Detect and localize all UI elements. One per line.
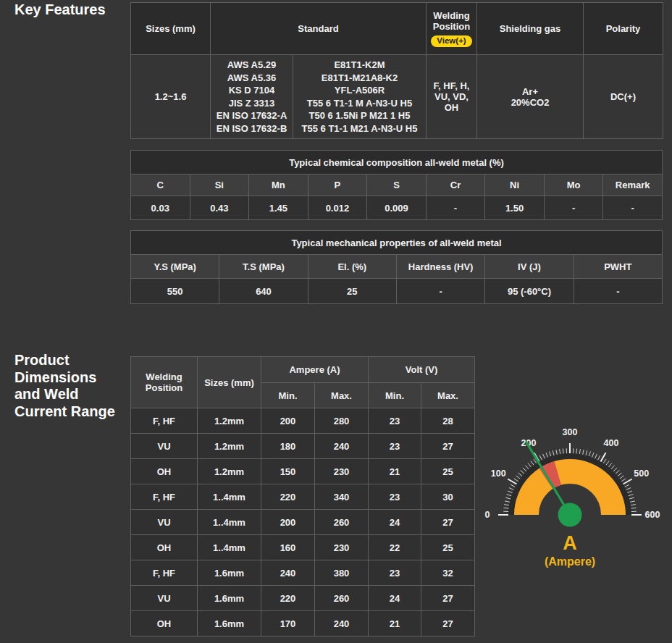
volt-max-cell: 27 bbox=[421, 586, 475, 611]
ampere-gauge-block: 0100200300400500600 A (Ampere) bbox=[471, 422, 668, 568]
volt-min-cell: 21 bbox=[369, 611, 421, 636]
key-features-header-row: Sizes (mm) Standard Welding Position Vie… bbox=[131, 3, 663, 55]
mech-header: PWHT bbox=[574, 255, 662, 279]
key-features-table: Sizes (mm) Standard Welding Position Vie… bbox=[130, 2, 663, 139]
standard-list-2: E81T1-K2M E81T1-M21A8-K2 YFL-A506R T55 6… bbox=[293, 55, 427, 139]
standard-item: T50 6 1.5Ni P M21 1 H5 bbox=[295, 109, 424, 122]
table-row: VU 1.6mm 220 260 24 27 bbox=[131, 586, 475, 611]
standard-item: AWS A5.29 bbox=[212, 59, 291, 72]
header-polarity: Polarity bbox=[584, 3, 663, 55]
mech-header: El. (%) bbox=[308, 255, 396, 279]
key-features-heading: Key Features bbox=[14, 1, 123, 19]
mechanical-properties-table: Typical mechanical properties of all-wel… bbox=[130, 230, 663, 304]
chem-value: 0.43 bbox=[190, 196, 249, 220]
standard-item: EN ISO 17632-A bbox=[212, 109, 291, 122]
volt-max-cell: 30 bbox=[421, 484, 475, 510]
position-cell: VU bbox=[131, 586, 198, 611]
chemical-value-row: 0.03 0.43 1.45 0.012 0.009 - 1.50 - - bbox=[131, 196, 663, 220]
amp-min-cell: 180 bbox=[261, 434, 315, 459]
size-cell: 1.6mm bbox=[198, 586, 261, 611]
svg-text:400: 400 bbox=[604, 438, 619, 448]
amp-min-cell: 150 bbox=[261, 459, 315, 484]
chem-header: P bbox=[308, 175, 367, 196]
volt-max-cell: 28 bbox=[421, 408, 475, 434]
table-row: OH 1..4mm 160 230 22 25 bbox=[131, 535, 475, 560]
mech-value: - bbox=[396, 279, 484, 304]
size-cell: 1..4mm bbox=[198, 484, 261, 510]
header-sizes: Sizes (mm) bbox=[131, 3, 211, 55]
size-cell: 1..4mm bbox=[198, 510, 261, 535]
amp-max-cell: 280 bbox=[315, 408, 369, 434]
standard-item: E81T1-K2M bbox=[295, 59, 424, 72]
amp-max-cell: 230 bbox=[315, 459, 369, 484]
standard-item: YFL-A506R bbox=[295, 84, 424, 97]
svg-text:300: 300 bbox=[563, 427, 578, 437]
position-cell: F, HF bbox=[131, 408, 198, 434]
standard-item: E81T1-M21A8-K2 bbox=[295, 72, 424, 85]
gauge-unit-caption: (Ampere) bbox=[471, 555, 668, 568]
amp-max-cell: 260 bbox=[315, 586, 369, 611]
amp-min-cell: 200 bbox=[261, 510, 315, 535]
mech-value: 95 (-60°C) bbox=[485, 279, 574, 304]
header-sizes: Sizes (mm) bbox=[198, 357, 261, 408]
table-row: VU 1.2mm 180 240 23 27 bbox=[131, 434, 475, 459]
svg-text:0: 0 bbox=[485, 510, 490, 520]
chemical-composition-table: Typical chemical composition all-weld me… bbox=[130, 150, 663, 220]
volt-min-cell: 23 bbox=[369, 484, 421, 510]
key-features-data-row: 1.2~1.6 AWS A5.29 AWS A5.36 KS D 7104 JI… bbox=[131, 55, 663, 139]
view-plus-button[interactable]: View(+) bbox=[431, 35, 471, 48]
amp-max-cell: 230 bbox=[315, 535, 369, 560]
chem-value: - bbox=[603, 196, 663, 220]
header-welding-position: Welding Position View(+) bbox=[427, 3, 477, 55]
standard-item: T55 6 T1-1 M A-N3-U H5 bbox=[295, 97, 424, 110]
header-welding-position: Welding Position bbox=[131, 357, 198, 408]
header-amp-max: Max. bbox=[315, 383, 369, 408]
amp-max-cell: 380 bbox=[315, 560, 369, 586]
mech-header: IV (J) bbox=[485, 255, 574, 279]
mech-header: T.S (MPa) bbox=[219, 255, 308, 279]
mechanical-title-row: Typical mechanical properties of all-wel… bbox=[131, 231, 663, 255]
header-ampere: Ampere (A) bbox=[261, 357, 369, 383]
standard-item: JIS Z 3313 bbox=[212, 97, 291, 110]
table-row: F, HF 1.2mm 200 280 23 28 bbox=[131, 408, 475, 434]
volt-min-cell: 23 bbox=[369, 560, 421, 586]
mech-value: 640 bbox=[219, 279, 308, 304]
shielding-gas-value: Ar+ 20%CO2 bbox=[477, 55, 584, 139]
standard-item: EN ISO 17632-B bbox=[212, 122, 291, 135]
volt-max-cell: 32 bbox=[421, 560, 475, 586]
volt-max-cell: 27 bbox=[421, 510, 475, 535]
gauge-unit-label: A bbox=[471, 534, 668, 553]
table-row: OH 1.6mm 170 240 21 27 bbox=[131, 611, 475, 636]
mechanical-header-row: Y.S (MPa) T.S (MPa) El. (%) Hardness (HV… bbox=[131, 255, 663, 279]
volt-min-cell: 24 bbox=[369, 510, 421, 535]
chemical-title: Typical chemical composition all-weld me… bbox=[131, 151, 663, 175]
svg-text:600: 600 bbox=[645, 510, 660, 520]
amp-min-cell: 220 bbox=[261, 586, 315, 611]
table-row: F, HF 1..4mm 220 340 23 30 bbox=[131, 484, 475, 510]
volt-max-cell: 27 bbox=[421, 434, 475, 459]
position-cell: OH bbox=[131, 611, 198, 636]
amp-max-cell: 240 bbox=[315, 611, 369, 636]
mechanical-value-row: 550 640 25 - 95 (-60°C) - bbox=[131, 279, 663, 304]
header-shielding-gas: Shielding gas bbox=[477, 3, 584, 55]
volt-min-cell: 23 bbox=[369, 408, 421, 434]
range-header-row-1: Welding Position Sizes (mm) Ampere (A) V… bbox=[131, 357, 475, 383]
amp-min-cell: 170 bbox=[261, 611, 315, 636]
volt-max-cell: 25 bbox=[421, 459, 475, 484]
size-cell: 1.2mm bbox=[198, 408, 261, 434]
header-volt: Volt (V) bbox=[369, 357, 475, 383]
header-amp-min: Min. bbox=[261, 383, 315, 408]
mech-header: Y.S (MPa) bbox=[131, 255, 219, 279]
product-dimensions-heading: Product Dimensions and Weld Current Rang… bbox=[14, 352, 125, 420]
volt-min-cell: 22 bbox=[369, 535, 421, 560]
chem-header: Mo bbox=[544, 175, 603, 196]
current-range-table: Welding Position Sizes (mm) Ampere (A) V… bbox=[130, 356, 475, 636]
size-cell: 1..4mm bbox=[198, 535, 261, 560]
table-row: F, HF 1.6mm 240 380 23 32 bbox=[131, 560, 475, 586]
chem-value: - bbox=[426, 196, 485, 220]
shielding-gas-line: 20%CO2 bbox=[479, 97, 581, 108]
standard-item: AWS A5.36 bbox=[212, 72, 291, 85]
product-spec-page: Key Features Sizes (mm) Standard Welding… bbox=[0, 0, 672, 643]
chem-header: Ni bbox=[485, 175, 545, 196]
position-cell: F, HF bbox=[131, 484, 198, 510]
